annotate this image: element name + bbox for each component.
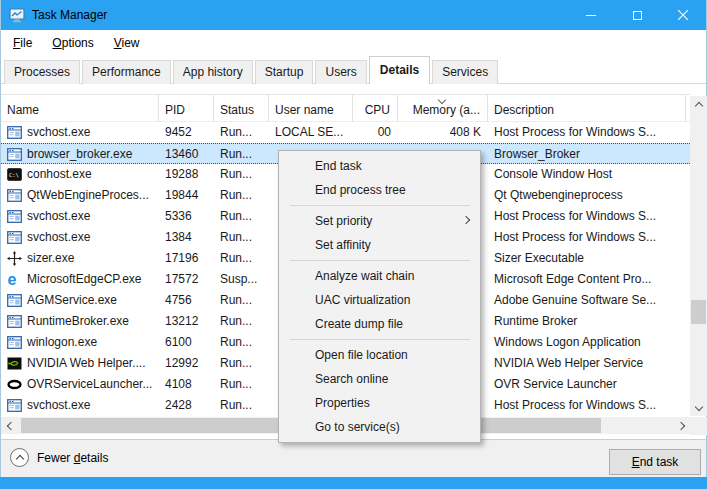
tab-services[interactable]: Services xyxy=(432,60,498,84)
column-header-memory-a[interactable]: Memory (a... xyxy=(398,95,488,122)
cell-description: Host Process for Windows S... xyxy=(488,227,686,248)
process-name: svchost.exe xyxy=(27,125,90,139)
fewer-details-toggle[interactable]: Fewer details xyxy=(10,448,108,467)
cell-description: Sizer Executable xyxy=(488,248,686,269)
column-header-description[interactable]: Description xyxy=(488,95,686,122)
column-header-label: Memory (a... xyxy=(413,103,480,117)
cell-pid: 19288 xyxy=(159,164,214,185)
cell-status: Susp... xyxy=(214,269,269,290)
context-menu-item-set-priority[interactable]: Set priority xyxy=(279,209,480,233)
cell-description: Microsoft Edge Content Pro... xyxy=(488,269,686,290)
process-name: OVRServiceLauncher... xyxy=(27,377,152,391)
menu-options[interactable]: Options xyxy=(44,33,101,53)
nvidia-icon xyxy=(7,356,22,371)
context-menu-item-create-dump-file[interactable]: Create dump file xyxy=(279,312,480,336)
context-menu-item-analyze-wait-chain[interactable]: Analyze wait chain xyxy=(279,264,480,288)
context-menu-item-properties[interactable]: Properties xyxy=(279,391,480,415)
cell-description: Host Process for Windows S... xyxy=(488,206,686,227)
tab-app-history[interactable]: App history xyxy=(173,60,253,84)
app-window-icon xyxy=(7,314,22,329)
cell-status: Run... xyxy=(214,144,269,165)
context-menu-item-label: UAC virtualization xyxy=(315,293,410,307)
process-name: NVIDIA Web Helper.... xyxy=(27,356,146,370)
scroll-right-icon[interactable] xyxy=(673,417,690,434)
menu-separator xyxy=(290,260,470,261)
table-header: NamePIDStatusUser nameCPUMemory (a...Des… xyxy=(1,94,690,122)
cell-pid: 17196 xyxy=(159,248,214,269)
app-window-icon xyxy=(7,230,22,245)
scrollbar-corner xyxy=(690,417,707,435)
cell-name: svchost.exe xyxy=(1,395,159,416)
context-menu-item-set-affinity[interactable]: Set affinity xyxy=(279,233,480,257)
context-menu-item-search-online[interactable]: Search online xyxy=(279,367,480,391)
scroll-up-icon[interactable] xyxy=(690,96,707,113)
cell-name: svchost.exe xyxy=(1,122,159,143)
maximize-icon[interactable] xyxy=(614,0,660,30)
tab-details[interactable]: Details xyxy=(369,56,430,84)
vscroll-thumb[interactable] xyxy=(691,300,706,324)
ovr-icon xyxy=(7,377,22,392)
cell-description: Adobe Genuine Software Se... xyxy=(488,290,686,311)
svg-text:C:\: C:\ xyxy=(9,172,19,178)
column-header-status[interactable]: Status xyxy=(214,95,269,122)
context-menu-item-end-process-tree[interactable]: End process tree xyxy=(279,178,480,202)
cell-description: Runtime Broker xyxy=(488,311,686,332)
column-header-user-name[interactable]: User name xyxy=(269,95,353,122)
cell-name: RuntimeBroker.exe xyxy=(1,311,159,332)
cell-status: Run... xyxy=(214,164,269,185)
cell-description: OVR Service Launcher xyxy=(488,374,686,395)
context-menu-item-label: Analyze wait chain xyxy=(315,269,414,283)
cell-pid: 9452 xyxy=(159,122,214,143)
column-header-label: Description xyxy=(494,103,554,117)
tab-users[interactable]: Users xyxy=(315,60,366,84)
cell-name: NVIDIA Web Helper.... xyxy=(1,353,159,374)
submenu-arrow-icon xyxy=(462,216,470,224)
table-row[interactable]: svchost.exe9452Run...LOCAL SE...00408 KH… xyxy=(1,122,690,143)
cell-description: NVIDIA Web Helper Service xyxy=(488,353,686,374)
minimize-icon[interactable] xyxy=(568,0,614,30)
cell-name: QtWebEngineProces... xyxy=(1,185,159,206)
scroll-down-icon[interactable] xyxy=(690,399,707,416)
context-menu-item-label: Search online xyxy=(315,372,388,386)
cell-user: LOCAL SE... xyxy=(269,122,353,143)
tab-startup[interactable]: Startup xyxy=(255,60,314,84)
app-window-icon xyxy=(7,293,22,308)
close-icon[interactable] xyxy=(660,0,706,30)
menu-file[interactable]: File xyxy=(5,33,40,53)
context-menu-item-uac-virtualization[interactable]: UAC virtualization xyxy=(279,288,480,312)
cell-status: Run... xyxy=(214,395,269,416)
edge-icon: e xyxy=(7,272,22,287)
process-name: svchost.exe xyxy=(27,230,90,244)
context-menu-item-label: Go to service(s) xyxy=(315,420,400,434)
cell-name: winlogon.exe xyxy=(1,332,159,353)
menu-bar: FileOptionsView xyxy=(1,30,706,55)
task-manager-icon xyxy=(9,7,25,23)
cell-memory: 408 K xyxy=(398,122,488,143)
cell-description: Qt Qtwebengineprocess xyxy=(488,185,686,206)
process-name: svchost.exe xyxy=(27,398,90,412)
column-header-name[interactable]: Name xyxy=(1,95,159,122)
tab-performance[interactable]: Performance xyxy=(82,60,171,84)
title-bar: Task Manager xyxy=(1,0,706,30)
end-task-button[interactable]: End task xyxy=(609,449,701,475)
cell-name: sizer.exe xyxy=(1,248,159,269)
context-menu-item-label: Properties xyxy=(315,396,370,410)
scroll-left-icon[interactable] xyxy=(1,417,18,434)
cell-pid: 19844 xyxy=(159,185,214,206)
cell-description: Console Window Host xyxy=(488,164,686,185)
cell-status: Run... xyxy=(214,122,269,143)
column-header-pid[interactable]: PID xyxy=(159,95,214,122)
vertical-scrollbar[interactable] xyxy=(690,96,707,416)
column-header-cpu[interactable]: CPU xyxy=(353,95,398,122)
fewer-details-label: Fewer details xyxy=(37,451,108,465)
caption-buttons xyxy=(568,0,706,30)
menu-view[interactable]: View xyxy=(106,33,148,53)
tab-processes[interactable]: Processes xyxy=(4,60,80,84)
cell-name: C:\conhost.exe xyxy=(1,164,159,185)
context-menu-item-go-to-service-s[interactable]: Go to service(s) xyxy=(279,415,480,439)
cell-description: Host Process for Windows S... xyxy=(488,122,686,143)
cell-pid: 12992 xyxy=(159,353,214,374)
context-menu-item-open-file-location[interactable]: Open file location xyxy=(279,343,480,367)
context-menu-item-end-task[interactable]: End task xyxy=(279,154,480,178)
move-arrows-icon xyxy=(7,251,22,266)
